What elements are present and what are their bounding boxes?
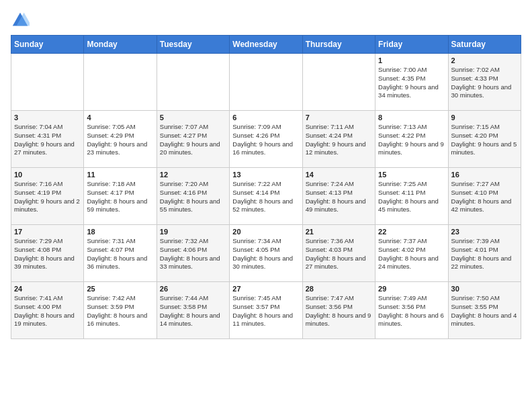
day-info: Sunrise: 7:39 AM Sunset: 4:01 PM Dayligh… [451, 237, 518, 271]
day-number: 23 [451, 228, 518, 236]
day-info: Sunrise: 7:34 AM Sunset: 4:05 PM Dayligh… [232, 237, 299, 271]
day-number: 27 [232, 285, 299, 293]
calendar-cell [230, 54, 302, 111]
weekday-header: Sunday [11, 36, 84, 54]
day-number: 11 [87, 171, 153, 179]
calendar-cell: 5Sunrise: 7:07 AM Sunset: 4:27 PM Daylig… [157, 111, 229, 168]
calendar-cell: 17Sunrise: 7:29 AM Sunset: 4:08 PM Dayli… [11, 225, 84, 282]
calendar-cell: 22Sunrise: 7:37 AM Sunset: 4:02 PM Dayli… [375, 225, 448, 282]
calendar-cell: 23Sunrise: 7:39 AM Sunset: 4:01 PM Dayli… [448, 225, 521, 282]
calendar-cell: 30Sunrise: 7:50 AM Sunset: 3:55 PM Dayli… [448, 282, 521, 339]
day-info: Sunrise: 7:27 AM Sunset: 4:10 PM Dayligh… [451, 180, 518, 214]
day-info: Sunrise: 7:11 AM Sunset: 4:24 PM Dayligh… [306, 123, 372, 157]
day-info: Sunrise: 7:29 AM Sunset: 4:08 PM Dayligh… [14, 237, 81, 271]
calendar-cell: 14Sunrise: 7:24 AM Sunset: 4:13 PM Dayli… [302, 168, 375, 225]
day-number: 1 [378, 56, 445, 64]
day-number: 13 [232, 171, 299, 179]
calendar-cell: 12Sunrise: 7:20 AM Sunset: 4:16 PM Dayli… [157, 168, 229, 225]
calendar-week-row: 1Sunrise: 7:00 AM Sunset: 4:35 PM Daylig… [11, 54, 521, 111]
day-number: 9 [451, 113, 518, 122]
day-number: 30 [451, 285, 518, 293]
calendar-cell: 21Sunrise: 7:36 AM Sunset: 4:03 PM Dayli… [302, 225, 375, 282]
day-number: 22 [378, 228, 445, 236]
calendar-cell: 26Sunrise: 7:44 AM Sunset: 3:58 PM Dayli… [157, 282, 229, 339]
day-info: Sunrise: 7:07 AM Sunset: 4:27 PM Dayligh… [160, 123, 226, 157]
calendar-week-row: 24Sunrise: 7:41 AM Sunset: 4:00 PM Dayli… [11, 282, 521, 339]
day-number: 28 [306, 285, 372, 293]
calendar-cell: 11Sunrise: 7:18 AM Sunset: 4:17 PM Dayli… [84, 168, 157, 225]
calendar-cell: 18Sunrise: 7:31 AM Sunset: 4:07 PM Dayli… [84, 225, 157, 282]
day-info: Sunrise: 7:36 AM Sunset: 4:03 PM Dayligh… [306, 237, 372, 271]
calendar-cell: 13Sunrise: 7:22 AM Sunset: 4:14 PM Dayli… [230, 168, 302, 225]
calendar-week-row: 10Sunrise: 7:16 AM Sunset: 4:19 PM Dayli… [11, 168, 521, 225]
calendar-cell: 19Sunrise: 7:32 AM Sunset: 4:06 PM Dayli… [157, 225, 229, 282]
calendar-cell: 9Sunrise: 7:15 AM Sunset: 4:20 PM Daylig… [448, 111, 521, 168]
day-info: Sunrise: 7:32 AM Sunset: 4:06 PM Dayligh… [160, 237, 226, 271]
calendar-cell: 3Sunrise: 7:04 AM Sunset: 4:31 PM Daylig… [11, 111, 84, 168]
calendar-cell: 27Sunrise: 7:45 AM Sunset: 3:57 PM Dayli… [230, 282, 302, 339]
calendar-cell: 4Sunrise: 7:05 AM Sunset: 4:29 PM Daylig… [84, 111, 157, 168]
day-info: Sunrise: 7:13 AM Sunset: 4:22 PM Dayligh… [378, 123, 445, 157]
weekday-header: Wednesday [230, 36, 302, 54]
day-number: 10 [14, 171, 81, 179]
calendar-cell [84, 54, 157, 111]
day-number: 4 [87, 113, 153, 122]
day-info: Sunrise: 7:15 AM Sunset: 4:20 PM Dayligh… [451, 123, 518, 157]
calendar-cell: 6Sunrise: 7:09 AM Sunset: 4:26 PM Daylig… [230, 111, 302, 168]
day-info: Sunrise: 7:31 AM Sunset: 4:07 PM Dayligh… [87, 237, 153, 271]
day-number: 25 [87, 285, 153, 293]
day-info: Sunrise: 7:49 AM Sunset: 3:56 PM Dayligh… [378, 294, 445, 328]
day-number: 15 [378, 171, 445, 179]
day-info: Sunrise: 7:24 AM Sunset: 4:13 PM Dayligh… [306, 180, 372, 214]
day-number: 6 [232, 113, 299, 122]
calendar-cell: 25Sunrise: 7:42 AM Sunset: 3:59 PM Dayli… [84, 282, 157, 339]
weekday-header-row: SundayMondayTuesdayWednesdayThursdayFrid… [11, 36, 521, 54]
calendar-cell: 16Sunrise: 7:27 AM Sunset: 4:10 PM Dayli… [448, 168, 521, 225]
day-number: 21 [306, 228, 372, 236]
day-info: Sunrise: 7:18 AM Sunset: 4:17 PM Dayligh… [87, 180, 153, 214]
day-info: Sunrise: 7:16 AM Sunset: 4:19 PM Dayligh… [14, 180, 81, 214]
logo-icon [11, 11, 30, 30]
day-info: Sunrise: 7:05 AM Sunset: 4:29 PM Dayligh… [87, 123, 153, 157]
day-info: Sunrise: 7:04 AM Sunset: 4:31 PM Dayligh… [14, 123, 81, 157]
day-number: 17 [14, 228, 81, 236]
day-number: 20 [232, 228, 299, 236]
day-info: Sunrise: 7:42 AM Sunset: 3:59 PM Dayligh… [87, 294, 153, 328]
day-number: 14 [306, 171, 372, 179]
day-number: 3 [14, 113, 81, 122]
calendar-cell: 28Sunrise: 7:47 AM Sunset: 3:56 PM Dayli… [302, 282, 375, 339]
calendar-cell: 10Sunrise: 7:16 AM Sunset: 4:19 PM Dayli… [11, 168, 84, 225]
calendar-cell [157, 54, 229, 111]
page-header [11, 11, 521, 30]
weekday-header: Friday [375, 36, 448, 54]
day-info: Sunrise: 7:45 AM Sunset: 3:57 PM Dayligh… [232, 294, 299, 328]
day-number: 8 [378, 113, 445, 122]
calendar-cell: 8Sunrise: 7:13 AM Sunset: 4:22 PM Daylig… [375, 111, 448, 168]
day-number: 26 [160, 285, 226, 293]
calendar-cell: 20Sunrise: 7:34 AM Sunset: 4:05 PM Dayli… [230, 225, 302, 282]
day-info: Sunrise: 7:37 AM Sunset: 4:02 PM Dayligh… [378, 237, 445, 271]
day-number: 18 [87, 228, 153, 236]
day-info: Sunrise: 7:22 AM Sunset: 4:14 PM Dayligh… [232, 180, 299, 214]
calendar-cell: 7Sunrise: 7:11 AM Sunset: 4:24 PM Daylig… [302, 111, 375, 168]
day-number: 29 [378, 285, 445, 293]
day-info: Sunrise: 7:41 AM Sunset: 4:00 PM Dayligh… [14, 294, 81, 328]
weekday-header: Tuesday [157, 36, 229, 54]
day-number: 5 [160, 113, 226, 122]
calendar-cell [302, 54, 375, 111]
day-info: Sunrise: 7:25 AM Sunset: 4:11 PM Dayligh… [378, 180, 445, 214]
day-info: Sunrise: 7:20 AM Sunset: 4:16 PM Dayligh… [160, 180, 226, 214]
calendar-cell: 24Sunrise: 7:41 AM Sunset: 4:00 PM Dayli… [11, 282, 84, 339]
calendar-cell: 1Sunrise: 7:00 AM Sunset: 4:35 PM Daylig… [375, 54, 448, 111]
day-number: 16 [451, 171, 518, 179]
day-info: Sunrise: 7:09 AM Sunset: 4:26 PM Dayligh… [232, 123, 299, 157]
weekday-header: Thursday [302, 36, 375, 54]
day-number: 12 [160, 171, 226, 179]
day-number: 19 [160, 228, 226, 236]
calendar-week-row: 17Sunrise: 7:29 AM Sunset: 4:08 PM Dayli… [11, 225, 521, 282]
weekday-header: Monday [84, 36, 157, 54]
calendar-week-row: 3Sunrise: 7:04 AM Sunset: 4:31 PM Daylig… [11, 111, 521, 168]
day-number: 2 [451, 56, 518, 64]
weekday-header: Saturday [448, 36, 521, 54]
calendar-cell: 15Sunrise: 7:25 AM Sunset: 4:11 PM Dayli… [375, 168, 448, 225]
